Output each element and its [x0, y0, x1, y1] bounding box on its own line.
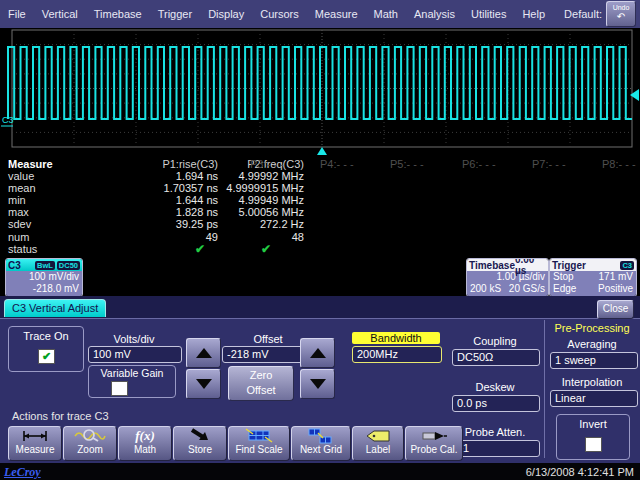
- row-label-mean: mean: [8, 182, 53, 194]
- find-scale-action-label: Find Scale: [229, 444, 289, 456]
- menu-cursors[interactable]: Cursors: [252, 8, 307, 20]
- row-label-status: status: [8, 243, 53, 255]
- undo-button[interactable]: Undo ↶: [606, 1, 636, 27]
- menu-analysis[interactable]: Analysis: [406, 8, 463, 20]
- c3-coupling-badge: DC50: [57, 261, 80, 270]
- store-icon: [174, 427, 226, 444]
- interpolation-field[interactable]: Linear: [550, 390, 638, 407]
- volts-div-down-button[interactable]: [186, 369, 221, 399]
- label-action-label: Label: [353, 444, 403, 456]
- menu-utilities[interactable]: Utilities: [463, 8, 514, 20]
- invert-label: Invert: [557, 418, 629, 430]
- probe-atten-field[interactable]: ÷1: [452, 440, 540, 457]
- averaging-field[interactable]: 1 sweep: [550, 352, 638, 369]
- c3-offset: -218.0 mV: [9, 283, 79, 295]
- variable-gain-group: Variable Gain: [88, 365, 176, 398]
- p2-min: 4.99949 MHz: [222, 194, 304, 206]
- coupling-field[interactable]: DC50Ω: [452, 349, 540, 366]
- volts-div-label: Volts/div: [88, 333, 180, 345]
- variable-gain-checkbox[interactable]: [111, 381, 128, 396]
- offset-down-button[interactable]: [300, 369, 335, 399]
- menu-math[interactable]: Math: [366, 8, 406, 20]
- trigger-level-marker[interactable]: [630, 89, 639, 101]
- measure-icon: [9, 427, 61, 444]
- p5-header[interactable]: P5:- - -: [390, 158, 424, 170]
- down-arrow-icon: [310, 379, 326, 389]
- measure-action-button[interactable]: Measure: [8, 426, 62, 461]
- deskew-label: Deskew: [452, 381, 538, 393]
- p1-mean: 1.70357 ns: [100, 182, 218, 194]
- p1-header[interactable]: P1:rise(C3): [100, 158, 218, 170]
- p2-sdev: 272.2 Hz: [222, 218, 304, 230]
- p2-num: 48: [222, 231, 304, 243]
- label-tag-icon: [353, 427, 403, 444]
- averaging-label: Averaging: [548, 338, 636, 350]
- deskew-field[interactable]: 0.0 ps: [452, 395, 540, 412]
- store-action-button[interactable]: Store: [173, 426, 227, 461]
- p7-header[interactable]: P7:- - -: [532, 158, 566, 170]
- trigger-type: Edge: [553, 283, 576, 295]
- label-action-button[interactable]: Label: [352, 426, 404, 461]
- menu-measure[interactable]: Measure: [307, 8, 366, 20]
- math-action-label: Math: [119, 444, 171, 456]
- trigger-slope: Positive: [598, 283, 633, 295]
- bandwidth-field[interactable]: 200MHz: [352, 346, 442, 363]
- trace-on-checkbox[interactable]: ✔: [38, 349, 55, 364]
- trigger-descriptor-name: Trigger: [552, 260, 586, 271]
- measure-table: Measure value mean min max sdev num stat…: [0, 157, 640, 258]
- menu-help[interactable]: Help: [514, 8, 553, 20]
- interpolation-label: Interpolation: [548, 376, 636, 388]
- up-arrow-icon: [310, 348, 326, 358]
- offset-up-button[interactable]: [300, 338, 335, 368]
- trigger-descriptor-box[interactable]: Trigger C3 Stop 171 mV Edge Positive: [549, 258, 637, 297]
- find-scale-action-button[interactable]: Find Scale: [228, 426, 290, 461]
- undo-icon: ↶: [607, 12, 635, 21]
- row-label-min: min: [8, 194, 53, 206]
- menu-display[interactable]: Display: [200, 8, 252, 20]
- probe-cal-action-button[interactable]: Probe Cal.: [405, 426, 463, 461]
- p4-header[interactable]: P4:- - -: [320, 158, 354, 170]
- tab-c3-vertical-adjust[interactable]: C3 Vertical Adjust: [4, 299, 106, 317]
- p2-status-check-icon: ✔: [222, 243, 304, 255]
- p3-header[interactable]: P3:- - -: [250, 158, 284, 170]
- trace-on-check-icon: ✔: [42, 350, 51, 362]
- c3-descriptor-box[interactable]: C3 BwL DC50 100 mV/div -218.0 mV: [5, 258, 83, 297]
- menu-vertical[interactable]: Vertical: [34, 8, 86, 20]
- down-arrow-icon: [196, 379, 212, 389]
- row-label-value: value: [8, 170, 53, 182]
- preprocessing-title: Pre-Processing: [548, 322, 636, 334]
- menu-file[interactable]: File: [0, 8, 34, 20]
- measure-column-p1[interactable]: P1:rise(C3) 1.694 ns 1.70357 ns 1.644 ns…: [100, 158, 218, 255]
- p1-max: 1.828 ns: [100, 206, 218, 218]
- menu-bar: File Vertical Timebase Trigger Display C…: [0, 0, 640, 28]
- p1-min: 1.644 ns: [100, 194, 218, 206]
- invert-checkbox[interactable]: [585, 437, 602, 452]
- menu-timebase[interactable]: Timebase: [86, 8, 150, 20]
- measure-column-p2[interactable]: P2:freq(C3) 4.99992 MHz 4.9999915 MHz 4.…: [222, 158, 304, 255]
- p2-mean: 4.9999915 MHz: [222, 182, 304, 194]
- volts-div-up-button[interactable]: [186, 338, 221, 368]
- next-grid-action-button[interactable]: Next Grid: [291, 426, 351, 461]
- p8-header[interactable]: P8:- - -: [602, 158, 636, 170]
- volts-div-field[interactable]: 100 mV: [88, 346, 182, 363]
- default-label: Default:: [564, 8, 602, 20]
- zero-offset-button[interactable]: Zero Offset: [228, 366, 294, 401]
- trigger-position-marker[interactable]: [317, 147, 327, 155]
- c3-bwl-badge: BwL: [35, 261, 55, 270]
- status-bar: LeCroy 6/13/2008 4:12:41 PM: [0, 463, 640, 480]
- variable-gain-label: Variable Gain: [89, 367, 175, 379]
- menu-trigger[interactable]: Trigger: [150, 8, 200, 20]
- invert-group: Invert: [556, 414, 630, 460]
- bandwidth-label: Bandwidth: [352, 332, 440, 344]
- timebase-descriptor-box[interactable]: Timebase 0.00 µs 1.00 µs/div 200 kS 20 G…: [466, 258, 549, 297]
- math-action-button[interactable]: f(x) Math: [118, 426, 172, 461]
- waveform-grid: C3: [0, 28, 640, 157]
- trigger-source-badge: C3: [620, 261, 634, 270]
- row-label-sdev: sdev: [8, 218, 53, 230]
- p6-header[interactable]: P6:- - -: [462, 158, 496, 170]
- lecroy-logo: LeCroy: [4, 465, 41, 480]
- zoom-action-button[interactable]: Zoom: [63, 426, 117, 461]
- timebase-samples: 200 kS: [470, 283, 501, 295]
- close-button[interactable]: Close: [597, 300, 634, 319]
- up-arrow-icon: [196, 348, 212, 358]
